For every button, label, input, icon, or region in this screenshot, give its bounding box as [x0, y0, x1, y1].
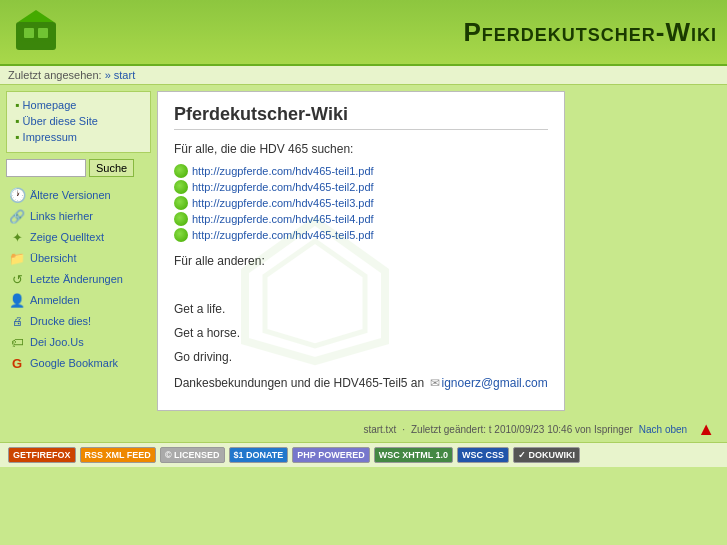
- tool-label-links-here: Links hierher: [30, 210, 93, 222]
- svg-rect-3: [38, 28, 48, 38]
- green-circle-icon-4: [174, 212, 188, 226]
- footer-up-link[interactable]: Nach oben: [639, 424, 687, 435]
- user-icon: 👤: [8, 291, 26, 309]
- folder-icon: 📁: [8, 249, 26, 267]
- google-icon: G: [8, 354, 26, 372]
- badge-css[interactable]: WSC CSS: [457, 447, 509, 463]
- recently-label: Zuletzt angesehen:: [8, 69, 102, 81]
- tool-overview[interactable]: 📁 Übersicht: [6, 248, 151, 268]
- tool-label-print: Drucke dies!: [30, 315, 91, 327]
- footer-info: start.txt · Zuletzt geändert: t 2010/09/…: [6, 417, 721, 442]
- hdv-link-1[interactable]: http://zugpferde.com/hdv465-teil1.pdf: [192, 165, 374, 177]
- badge-cc[interactable]: © LICENSED: [160, 447, 225, 463]
- link-icon: 🔗: [8, 207, 26, 225]
- recently-bar: Zuletzt angesehen: » start: [0, 66, 727, 85]
- content-wrapper: Pferdekutscher-Wiki Für alle, die die HD…: [157, 91, 565, 411]
- tool-label-login: Anmelden: [30, 294, 80, 306]
- tool-login[interactable]: 👤 Anmelden: [6, 290, 151, 310]
- tool-recent-changes[interactable]: ↺ Letzte Änderungen: [6, 269, 151, 289]
- tool-links-here[interactable]: 🔗 Links hierher: [6, 206, 151, 226]
- tool-label-recent-changes: Letzte Änderungen: [30, 273, 123, 285]
- tool-print[interactable]: 🖨 Drucke dies!: [6, 311, 151, 331]
- email-text: ignoerz@gmail.com: [442, 376, 548, 390]
- badge-donate[interactable]: $1 DONATE: [229, 447, 289, 463]
- search-input[interactable]: [6, 159, 86, 177]
- badge-php[interactable]: PHP POWERED: [292, 447, 369, 463]
- tool-show-source[interactable]: ✦ Zeige Quelltext: [6, 227, 151, 247]
- sidebar-link-homepage[interactable]: Homepage: [23, 99, 77, 111]
- content-area: Pferdekutscher-Wiki Für alle, die die HD…: [157, 91, 565, 411]
- footer-separator: ·: [402, 424, 405, 435]
- sidebar-item-impressum[interactable]: Impressum: [15, 130, 142, 144]
- sidebar-link-impressum[interactable]: Impressum: [23, 131, 77, 143]
- clock-icon: 🕐: [8, 186, 26, 204]
- svg-rect-2: [24, 28, 34, 38]
- tool-label-deijoo: Dei Joo.Us: [30, 336, 84, 348]
- link-item-3[interactable]: http://zugpferde.com/hdv465-teil3.pdf: [174, 196, 548, 210]
- tool-label-overview: Übersicht: [30, 252, 76, 264]
- green-circle-icon-1: [174, 164, 188, 178]
- tag-icon: 🏷: [8, 333, 26, 351]
- sidebar-item-homepage[interactable]: Homepage: [15, 98, 142, 112]
- sidebar-tools: 🕐 Ältere Versionen 🔗 Links hierher ✦ Zei…: [6, 185, 151, 373]
- print-icon: 🖨: [8, 312, 26, 330]
- svg-rect-0: [16, 22, 56, 50]
- badge-rss[interactable]: RSS XML FEED: [80, 447, 156, 463]
- tool-older-versions[interactable]: 🕐 Ältere Versionen: [6, 185, 151, 205]
- sidebar: Homepage Über diese Site Impressum Suche…: [6, 91, 151, 411]
- contact-email[interactable]: ✉ignoerz@gmail.com: [428, 376, 548, 390]
- sidebar-link-about[interactable]: Über diese Site: [23, 115, 98, 127]
- tool-label-older-versions: Ältere Versionen: [30, 189, 111, 201]
- footer-modified: Zuletzt geändert: t 2010/09/23 10:46 von…: [411, 424, 633, 435]
- tool-label-show-source: Zeige Quelltext: [30, 231, 104, 243]
- main-layout: Homepage Über diese Site Impressum Suche…: [0, 85, 727, 417]
- tool-google-bookmark[interactable]: G Google Bookmark: [6, 353, 151, 373]
- hdv-link-3[interactable]: http://zugpferde.com/hdv465-teil3.pdf: [192, 197, 374, 209]
- sidebar-nav-list: Homepage Über diese Site Impressum: [15, 98, 142, 144]
- contact-text: Dankesbekundungen und die HDV465-Teil5 a…: [174, 376, 424, 390]
- badge-doku[interactable]: ✓ DOKUWIKI: [513, 447, 580, 463]
- badge-firefox[interactable]: GETFIREFOX: [8, 447, 76, 463]
- up-arrow-icon: ▲: [697, 419, 715, 440]
- tool-label-google: Google Bookmark: [30, 357, 118, 369]
- watermark: [235, 211, 395, 374]
- sidebar-nav: Homepage Über diese Site Impressum: [6, 91, 151, 153]
- search-button[interactable]: Suche: [89, 159, 134, 177]
- site-logo: [10, 6, 62, 58]
- hdv-link-2[interactable]: http://zugpferde.com/hdv465-teil2.pdf: [192, 181, 374, 193]
- sidebar-item-about[interactable]: Über diese Site: [15, 114, 142, 128]
- svg-marker-1: [18, 10, 54, 22]
- intro-text: Für alle, die die HDV 465 suchen:: [174, 140, 548, 158]
- svg-marker-5: [265, 241, 365, 346]
- link-item-2[interactable]: http://zugpferde.com/hdv465-teil2.pdf: [174, 180, 548, 194]
- page-header: Pferdekutscher-Wiki: [0, 0, 727, 66]
- star-icon: ✦: [8, 228, 26, 246]
- badge-wsc[interactable]: WSC XHTML 1.0: [374, 447, 453, 463]
- green-circle-icon-5: [174, 228, 188, 242]
- green-circle-icon-2: [174, 180, 188, 194]
- contact-line: Dankesbekundungen und die HDV465-Teil5 a…: [174, 376, 548, 390]
- recently-link[interactable]: » start: [105, 69, 136, 81]
- content-title: Pferdekutscher-Wiki: [174, 104, 548, 130]
- tool-deijoo[interactable]: 🏷 Dei Joo.Us: [6, 332, 151, 352]
- green-circle-icon-3: [174, 196, 188, 210]
- link-item-1[interactable]: http://zugpferde.com/hdv465-teil1.pdf: [174, 164, 548, 178]
- footer-version: start.txt: [363, 424, 396, 435]
- refresh-icon: ↺: [8, 270, 26, 288]
- footer-badges: GETFIREFOX RSS XML FEED © LICENSED $1 DO…: [0, 442, 727, 467]
- site-title: Pferdekutscher-Wiki: [463, 17, 717, 48]
- search-box: Suche: [6, 159, 151, 177]
